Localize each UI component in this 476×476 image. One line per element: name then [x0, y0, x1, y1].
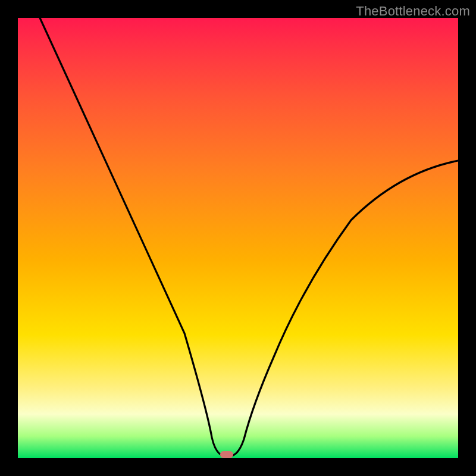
chart-frame: TheBottleneck.com: [0, 0, 476, 476]
curve-path: [40, 18, 458, 456]
watermark-text: TheBottleneck.com: [356, 4, 470, 19]
bottleneck-curve: [18, 18, 458, 458]
minimum-marker: [220, 451, 233, 458]
